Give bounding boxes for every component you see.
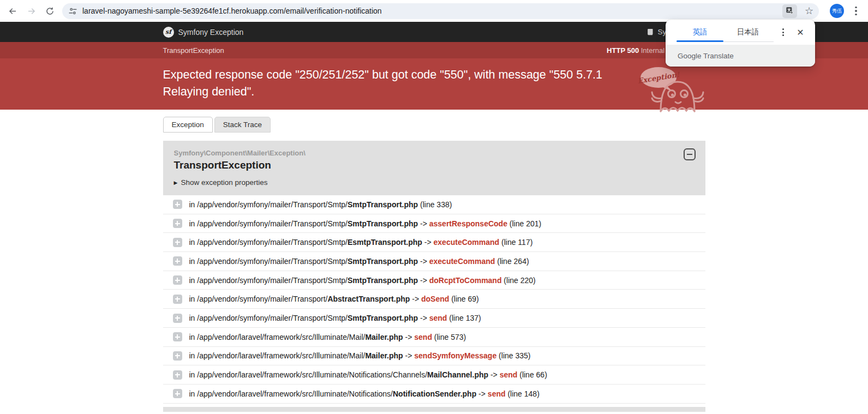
trace-file: AbstractTransport.php bbox=[327, 295, 410, 303]
symfony-brand: sf Symfony Exception bbox=[163, 27, 244, 38]
expand-frame-icon[interactable] bbox=[173, 370, 182, 380]
trace-path: in /app/vendor/symfony/mailer/Transport/… bbox=[189, 219, 348, 228]
expand-frame-icon[interactable] bbox=[173, 351, 182, 361]
translate-options-icon[interactable] bbox=[776, 25, 790, 39]
trace-path: in /app/vendor/laravel/framework/src/Ill… bbox=[189, 370, 428, 379]
translate-button[interactable] bbox=[782, 4, 797, 18]
reload-icon bbox=[45, 6, 55, 16]
expand-frame-icon[interactable] bbox=[173, 314, 182, 323]
trace-file: SmtpTransport.php bbox=[348, 200, 418, 209]
bookmark-star-icon[interactable]: ☆ bbox=[802, 4, 816, 18]
trace-method: sendSymfonyMessage bbox=[414, 351, 496, 360]
trace-row: in /app/vendor/symfony/mailer/Transport/… bbox=[163, 195, 705, 214]
active-tab-underline bbox=[677, 40, 723, 42]
translate-icon bbox=[786, 7, 794, 15]
expand-frame-icon[interactable] bbox=[173, 295, 182, 304]
trace-row: in /app/vendor/symfony/mailer/Transport/… bbox=[163, 214, 705, 233]
trace-line: (line 573) bbox=[432, 333, 466, 341]
forward-button[interactable] bbox=[22, 2, 40, 20]
translate-close-icon[interactable]: ✕ bbox=[793, 25, 807, 39]
trace-path: in /app/vendor/symfony/mailer/Transport/ bbox=[189, 295, 328, 303]
trace-line: (line 220) bbox=[501, 276, 535, 285]
show-exception-properties-toggle[interactable]: ▶Show exception properties bbox=[174, 178, 695, 187]
trace-arrow: -> bbox=[488, 370, 500, 379]
expand-frame-icon[interactable] bbox=[173, 275, 182, 285]
back-button[interactable] bbox=[3, 2, 22, 20]
exception-message: Expected response code "250/251/252" but… bbox=[163, 67, 643, 100]
trace-path: in /app/vendor/symfony/mailer/Transport/… bbox=[189, 200, 348, 209]
expand-frame-icon[interactable] bbox=[173, 332, 182, 341]
trace-line: (line 66) bbox=[517, 370, 547, 379]
reload-button[interactable] bbox=[40, 2, 59, 20]
expand-frame-icon[interactable] bbox=[173, 238, 182, 247]
trace-path: in /app/vendor/laravel/framework/src/Ill… bbox=[189, 389, 393, 398]
trace-arrow: -> bbox=[403, 333, 415, 341]
expand-frame-icon[interactable] bbox=[173, 389, 182, 398]
expand-frame-icon[interactable] bbox=[173, 256, 182, 266]
trace-row: in /app/vendor/laravel/framework/src/Ill… bbox=[163, 385, 705, 404]
symfony-logo-icon: sf bbox=[163, 27, 174, 38]
exception-panel-class: TransportException bbox=[174, 159, 695, 171]
trace-arrow: -> bbox=[418, 219, 429, 228]
collapse-panel-button[interactable] bbox=[684, 148, 696, 160]
speech-bubble bbox=[640, 67, 677, 88]
trace-arrow: -> bbox=[418, 257, 429, 266]
forward-arrow-icon bbox=[26, 6, 37, 16]
stack-trace-list: in /app/vendor/symfony/mailer/Transport/… bbox=[163, 195, 705, 404]
translate-popup-footer: Google Translate bbox=[666, 45, 815, 67]
browser-menu-icon[interactable] bbox=[849, 7, 863, 16]
trace-method: send bbox=[500, 370, 518, 379]
trace-method: executeCommand bbox=[429, 257, 495, 266]
trace-row: in /app/vendor/symfony/mailer/Transport/… bbox=[163, 233, 705, 252]
trace-file: SmtpTransport.php bbox=[348, 276, 418, 285]
view-tabs: Exception Stack Trace bbox=[163, 110, 705, 133]
trace-file: MailChannel.php bbox=[427, 370, 488, 379]
trace-file: SmtpTransport.php bbox=[348, 314, 418, 322]
trace-path: in /app/vendor/laravel/framework/src/Ill… bbox=[189, 333, 366, 341]
trace-arrow: -> bbox=[418, 314, 429, 322]
expand-frame-icon[interactable] bbox=[173, 219, 182, 228]
trace-method: assertResponseCode bbox=[429, 219, 507, 228]
profile-avatar[interactable]: 秀伍 bbox=[830, 4, 844, 18]
trace-arrow: -> bbox=[403, 351, 415, 360]
address-bar[interactable]: laravel-nagoyameshi-sample-5e39264fe1cf.… bbox=[62, 3, 819, 19]
trace-method: send bbox=[414, 333, 432, 341]
google-translate-popup: 英語 日本語 ✕ Google Translate bbox=[666, 20, 815, 67]
translate-tab-japanese[interactable]: 日本語 bbox=[723, 27, 773, 37]
ghost-body bbox=[652, 82, 703, 111]
trace-method: executeCommand bbox=[434, 238, 500, 247]
url-text[interactable]: laravel-nagoyameshi-sample-5e39264fe1cf.… bbox=[82, 7, 782, 15]
exception-class-name: TransportException bbox=[163, 46, 224, 55]
trace-row: in /app/vendor/laravel/framework/src/Ill… bbox=[163, 347, 705, 366]
site-settings-icon[interactable] bbox=[68, 7, 77, 16]
trace-file: NotificationSender.php bbox=[393, 389, 476, 398]
trace-method: send bbox=[488, 389, 506, 398]
back-arrow-icon bbox=[8, 6, 18, 16]
expand-frame-icon[interactable] bbox=[173, 200, 182, 209]
trace-arrow: -> bbox=[410, 295, 421, 303]
trace-file: EsmtpTransport.php bbox=[348, 238, 422, 247]
exception-namespace: Symfony\Component\Mailer\Exception\ bbox=[174, 149, 695, 157]
trace-row: in /app/vendor/symfony/mailer/Transport/… bbox=[163, 290, 705, 309]
symfony-brand-label: Symfony Exception bbox=[178, 28, 244, 37]
trace-file: Mailer.php bbox=[365, 351, 403, 360]
trace-row: in /app/vendor/laravel/framework/src/Ill… bbox=[163, 328, 705, 347]
trace-line: (line 338) bbox=[418, 200, 452, 209]
trace-line: (line 201) bbox=[507, 219, 541, 228]
tab-stack-trace[interactable]: Stack Trace bbox=[214, 117, 271, 133]
exception-panel-header: Symfony\Component\Mailer\Exception\ Tran… bbox=[163, 141, 705, 195]
trace-method: send bbox=[429, 314, 447, 322]
book-icon bbox=[646, 28, 654, 36]
ghost-eyes bbox=[671, 93, 686, 96]
translate-tab-english[interactable]: 英語 bbox=[677, 27, 723, 37]
trace-file: SmtpTransport.php bbox=[348, 257, 418, 266]
trace-row: in /app/vendor/laravel/framework/src/Ill… bbox=[163, 365, 705, 385]
translate-language-tabs: 英語 日本語 ✕ bbox=[666, 20, 815, 45]
trace-arrow: -> bbox=[476, 389, 488, 398]
trace-arrow: -> bbox=[422, 238, 434, 247]
trace-line: (line 117) bbox=[499, 238, 532, 247]
tab-exception[interactable]: Exception bbox=[163, 117, 213, 133]
trace-path: in /app/vendor/laravel/framework/src/Ill… bbox=[189, 351, 366, 360]
trace-line: (line 264) bbox=[495, 257, 529, 266]
trace-path: in /app/vendor/symfony/mailer/Transport/… bbox=[189, 276, 348, 285]
